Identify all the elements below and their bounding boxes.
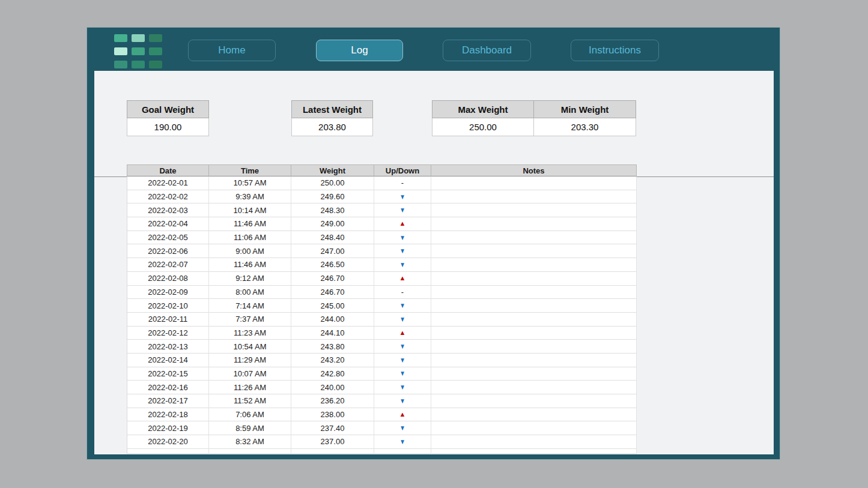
- notes-cell[interactable]: [431, 340, 637, 354]
- notes-cell[interactable]: [431, 272, 637, 286]
- updown-cell[interactable]: ▼: [374, 394, 431, 408]
- weight-cell[interactable]: 248.30: [291, 203, 374, 217]
- weight-cell[interactable]: 243.80: [291, 340, 374, 354]
- date-cell[interactable]: 2022-02-13: [127, 340, 209, 354]
- weight-cell[interactable]: 243.20: [291, 354, 374, 367]
- weight-cell[interactable]: 237.40: [291, 421, 374, 435]
- date-cell[interactable]: 2022-02-10: [127, 299, 209, 313]
- date-cell[interactable]: 2022-02-18: [127, 408, 209, 422]
- updown-cell[interactable]: ▼: [374, 381, 431, 394]
- notes-cell[interactable]: [431, 327, 637, 340]
- time-cell[interactable]: 11:52 AM: [209, 394, 291, 408]
- updown-cell[interactable]: ▲: [374, 408, 431, 422]
- time-cell[interactable]: 11:23 AM: [209, 327, 291, 340]
- date-cell[interactable]: 2022-02-19: [127, 421, 209, 435]
- notes-cell[interactable]: [431, 381, 637, 394]
- time-cell[interactable]: 10:57 AM: [209, 176, 291, 190]
- updown-cell[interactable]: ▼: [374, 203, 431, 217]
- weight-cell[interactable]: 238.00: [291, 408, 374, 422]
- notes-cell[interactable]: [431, 313, 637, 327]
- time-cell[interactable]: 10:07 AM: [209, 367, 291, 381]
- date-cell[interactable]: 2022-02-15: [127, 367, 209, 381]
- notes-cell[interactable]: [431, 354, 637, 367]
- updown-cell[interactable]: ▲: [374, 217, 431, 231]
- time-cell[interactable]: 7:37 AM: [209, 313, 291, 327]
- date-cell[interactable]: 2022-02-06: [127, 244, 209, 258]
- time-cell[interactable]: 8:32 AM: [209, 435, 291, 449]
- updown-cell[interactable]: ▼: [374, 421, 431, 435]
- latest-weight-value[interactable]: 203.80: [291, 118, 373, 136]
- notes-cell[interactable]: [431, 408, 637, 422]
- date-cell[interactable]: 2022-02-02: [127, 190, 209, 204]
- time-cell[interactable]: 9:00 AM: [209, 244, 291, 258]
- goal-weight-value[interactable]: 190.00: [127, 118, 209, 136]
- notes-cell[interactable]: [431, 190, 637, 204]
- notes-cell[interactable]: [431, 203, 637, 217]
- updown-cell[interactable]: ▼: [374, 435, 431, 449]
- updown-cell[interactable]: ▼: [374, 244, 431, 258]
- weight-cell[interactable]: 242.80: [291, 367, 374, 381]
- nav-instructions[interactable]: Instructions: [571, 40, 659, 61]
- weight-cell[interactable]: 248.40: [291, 231, 374, 245]
- updown-cell[interactable]: ▼: [374, 190, 431, 204]
- notes-cell[interactable]: [431, 367, 637, 381]
- notes-cell[interactable]: [431, 421, 637, 435]
- weight-cell[interactable]: 237.00: [291, 435, 374, 449]
- time-cell[interactable]: 7:14 AM: [209, 299, 291, 313]
- time-cell[interactable]: 10:14 AM: [209, 203, 291, 217]
- updown-cell[interactable]: -: [374, 176, 431, 190]
- date-cell[interactable]: 2022-02-17: [127, 394, 209, 408]
- time-cell[interactable]: 11:46 AM: [209, 258, 291, 272]
- weight-cell[interactable]: 249.60: [291, 190, 374, 204]
- nav-dashboard[interactable]: Dashboard: [443, 40, 531, 61]
- date-cell[interactable]: 2022-02-16: [127, 381, 209, 394]
- updown-cell[interactable]: ▼: [374, 354, 431, 367]
- time-cell[interactable]: 9:12 AM: [209, 272, 291, 286]
- nav-home[interactable]: Home: [188, 40, 276, 61]
- date-cell[interactable]: 2022-02-03: [127, 203, 209, 217]
- date-cell[interactable]: 2022-02-07: [127, 258, 209, 272]
- updown-cell[interactable]: ▼: [374, 340, 431, 354]
- weight-cell[interactable]: 236.20: [291, 394, 374, 408]
- updown-cell[interactable]: ▼: [374, 231, 431, 245]
- date-cell[interactable]: 2022-02-20: [127, 435, 209, 449]
- notes-cell[interactable]: [431, 435, 637, 449]
- updown-cell[interactable]: ▼: [374, 258, 431, 272]
- updown-cell[interactable]: ▲: [374, 327, 431, 340]
- time-cell[interactable]: 7:06 AM: [209, 408, 291, 422]
- notes-cell[interactable]: [431, 231, 637, 245]
- weight-cell[interactable]: 247.00: [291, 244, 374, 258]
- updown-cell[interactable]: ▼: [374, 299, 431, 313]
- notes-cell[interactable]: [431, 176, 637, 190]
- weight-cell[interactable]: 244.00: [291, 313, 374, 327]
- updown-cell[interactable]: ▲: [374, 272, 431, 286]
- time-cell[interactable]: 11:26 AM: [209, 381, 291, 394]
- weight-cell[interactable]: 250.00: [291, 176, 374, 190]
- notes-cell[interactable]: [431, 286, 637, 300]
- updown-cell[interactable]: -: [374, 286, 431, 300]
- date-cell[interactable]: 2022-02-05: [127, 231, 209, 245]
- weight-cell[interactable]: 244.10: [291, 327, 374, 340]
- time-cell[interactable]: 8:00 AM: [209, 286, 291, 300]
- time-cell[interactable]: 11:06 AM: [209, 231, 291, 245]
- time-cell[interactable]: 9:39 AM: [209, 190, 291, 204]
- date-cell[interactable]: 2022-02-04: [127, 217, 209, 231]
- nav-log[interactable]: Log: [316, 40, 403, 61]
- weight-cell[interactable]: 246.50: [291, 258, 374, 272]
- time-cell[interactable]: 8:59 AM: [209, 421, 291, 435]
- weight-cell[interactable]: 246.70: [291, 272, 374, 286]
- weight-cell[interactable]: 249.00: [291, 217, 374, 231]
- date-cell[interactable]: 2022-02-12: [127, 327, 209, 340]
- weight-cell[interactable]: 246.70: [291, 286, 374, 300]
- date-cell[interactable]: 2022-02-09: [127, 286, 209, 300]
- time-cell[interactable]: 10:54 AM: [209, 340, 291, 354]
- weight-cell[interactable]: 240.00: [291, 381, 374, 394]
- date-cell[interactable]: 2022-02-08: [127, 272, 209, 286]
- notes-cell[interactable]: [431, 299, 637, 313]
- updown-cell[interactable]: ▼: [374, 367, 431, 381]
- notes-cell[interactable]: [431, 244, 637, 258]
- time-cell[interactable]: 11:46 AM: [209, 217, 291, 231]
- notes-cell[interactable]: [431, 394, 637, 408]
- time-cell[interactable]: 11:29 AM: [209, 354, 291, 367]
- weight-cell[interactable]: 245.00: [291, 299, 374, 313]
